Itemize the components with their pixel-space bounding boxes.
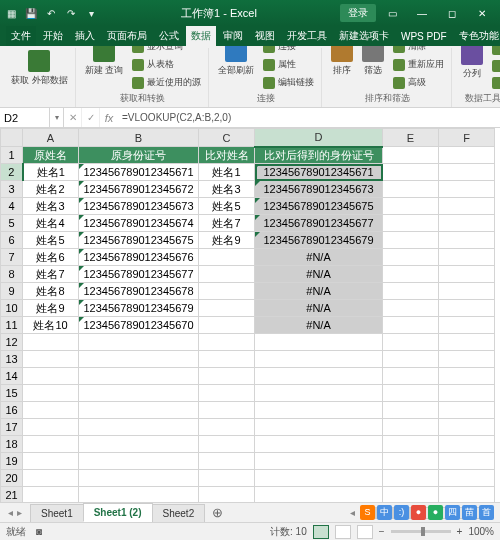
reapply-button[interactable]: 重新应用 [390,56,447,73]
cell[interactable]: 姓名3 [199,181,255,198]
worksheet-grid[interactable]: ABCDEF1原姓名原身份证号比对姓名比对后得到的身份证号2姓名11234567… [0,128,500,506]
cell[interactable] [383,300,439,317]
cell[interactable] [383,283,439,300]
cell[interactable] [199,300,255,317]
cell[interactable] [439,232,495,249]
cell[interactable] [23,436,79,453]
cell[interactable]: 姓名5 [23,232,79,249]
cell[interactable] [79,402,199,419]
cell[interactable] [23,487,79,504]
cell[interactable] [199,402,255,419]
cell[interactable]: 原姓名 [23,147,79,164]
new-query-button[interactable]: 新建 查询 [82,46,127,79]
cell[interactable] [23,402,79,419]
cell[interactable] [439,164,495,181]
menu-tab[interactable]: 公式 [154,26,184,46]
cell[interactable] [383,198,439,215]
cell[interactable]: 姓名10 [23,317,79,334]
cell[interactable] [79,385,199,402]
cell[interactable] [23,368,79,385]
cell[interactable] [439,487,495,504]
cell[interactable]: 姓名7 [23,266,79,283]
menu-tab[interactable]: 审阅 [218,26,248,46]
advanced-button[interactable]: 高级 [390,74,447,91]
cell[interactable] [439,249,495,266]
cell[interactable]: 姓名3 [23,198,79,215]
cell[interactable] [23,334,79,351]
redo-icon[interactable]: ↷ [64,6,78,20]
ime-button[interactable]: ● [411,505,426,520]
cell[interactable]: 123456789012345672 [79,181,199,198]
formula-input[interactable]: =VLOOKUP(C2,A:B,2,0) [118,108,500,127]
row-header[interactable]: 1 [1,147,23,164]
row-header[interactable]: 17 [1,419,23,436]
cell[interactable] [383,266,439,283]
cell[interactable]: 123456789012345677 [255,215,383,232]
cell[interactable]: 姓名2 [23,181,79,198]
cell[interactable]: 姓名7 [199,215,255,232]
cell[interactable] [383,249,439,266]
col-header[interactable]: D [255,129,383,147]
flash-fill-icon[interactable] [489,46,500,57]
cell[interactable] [79,487,199,504]
cell[interactable] [439,436,495,453]
name-box-dropdown-icon[interactable]: ▾ [50,108,64,127]
cell[interactable] [439,215,495,232]
cell[interactable]: 123456789012345677 [79,266,199,283]
cell[interactable] [199,419,255,436]
cell[interactable] [439,419,495,436]
cell[interactable] [383,402,439,419]
cell[interactable]: 123456789012345678 [79,283,199,300]
cell[interactable]: 123456789012345674 [79,215,199,232]
cell[interactable] [199,334,255,351]
ime-button[interactable]: 苗 [462,505,477,520]
cell[interactable] [255,487,383,504]
menu-tab[interactable]: 数据 [186,26,216,46]
undo-icon[interactable]: ↶ [44,6,58,20]
col-header[interactable]: C [199,129,255,147]
close-icon[interactable]: ✕ [468,3,496,23]
ime-button[interactable]: S [360,505,375,520]
menu-tab[interactable]: WPS PDF [396,28,452,45]
page-layout-view-button[interactable] [335,525,351,539]
cell[interactable] [199,453,255,470]
cell[interactable]: #N/A [255,283,383,300]
cell[interactable] [79,419,199,436]
cell[interactable] [199,283,255,300]
col-header[interactable]: E [383,129,439,147]
cell[interactable] [255,334,383,351]
row-header[interactable]: 3 [1,181,23,198]
row-header[interactable]: 11 [1,317,23,334]
menu-tab[interactable]: 视图 [250,26,280,46]
refresh-all-button[interactable]: 全部刷新 [215,46,257,79]
cell[interactable] [383,453,439,470]
qat-more-icon[interactable]: ▾ [84,6,98,20]
cell[interactable] [383,419,439,436]
cell[interactable]: 姓名8 [23,283,79,300]
cell[interactable] [383,317,439,334]
cell[interactable] [199,470,255,487]
cell[interactable] [255,419,383,436]
cell[interactable] [199,368,255,385]
cell[interactable] [23,470,79,487]
menu-tab[interactable]: 页面布局 [102,26,152,46]
cell[interactable] [439,283,495,300]
cell[interactable] [255,453,383,470]
zoom-level[interactable]: 100% [468,526,494,537]
ime-button[interactable]: 四 [445,505,460,520]
menu-tab[interactable]: 新建选项卡 [334,26,394,46]
row-header[interactable]: 10 [1,300,23,317]
sheet-tab[interactable]: Sheet1 [30,504,84,522]
connections-button[interactable]: 连接 [260,46,317,55]
text-to-columns-button[interactable]: 分列 [458,46,486,82]
cell[interactable] [199,266,255,283]
clear-filter-button[interactable]: 清除 [390,46,447,55]
sheet-tab[interactable]: Sheet1 (2) [83,503,153,522]
ime-button[interactable]: ● [428,505,443,520]
cell[interactable] [439,198,495,215]
cell[interactable] [383,385,439,402]
row-header[interactable]: 14 [1,368,23,385]
row-header[interactable]: 13 [1,351,23,368]
cell[interactable] [439,453,495,470]
new-sheet-button[interactable]: ⊕ [204,505,231,520]
